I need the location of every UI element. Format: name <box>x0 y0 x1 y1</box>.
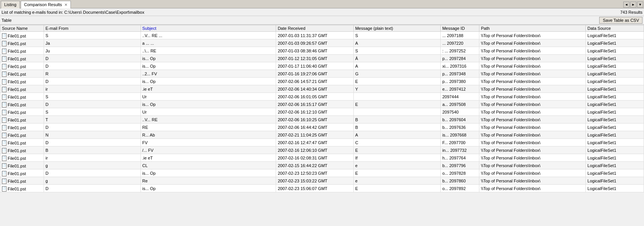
file-icon: 📄 <box>2 140 7 146</box>
tab-listing-label: Listing <box>4 2 16 7</box>
tab-bar-right: ◄ ► ▼ <box>623 2 643 8</box>
table-cell: LogicalFileSet1 <box>586 177 644 185</box>
tab-close-icon[interactable]: ✕ <box>64 3 67 7</box>
col-header-message[interactable]: Message (plain text) <box>353 25 441 32</box>
col-header-source-name[interactable]: Source Name <box>0 25 44 32</box>
table-row[interactable]: 📄File01.pstSUr2007-02-06 16:12:10 GMT209… <box>0 108 644 116</box>
table-cell: 📄File01.pst <box>0 154 44 162</box>
table-cell: \\Top of Personal Folders\Inbox\ <box>479 116 586 124</box>
table-cell: D <box>44 185 141 192</box>
table-row[interactable]: 📄File01.pstDis... Op2007-02-06 16:15:17 … <box>0 101 644 108</box>
col-header-msgid[interactable]: Message ID <box>441 25 479 32</box>
col-header-path[interactable]: Path <box>479 25 586 32</box>
table-cell: 📄File01.pst <box>0 108 44 116</box>
table-cell: LogicalFileSet1 <box>586 101 644 108</box>
file-icon: 📄 <box>2 72 7 77</box>
table-row[interactable]: 📄File01.pstgCL2007-02-15 16:44:22 GMTeb.… <box>0 162 644 169</box>
table-cell: 📄File01.pst <box>0 62 44 70</box>
table-cell: LogicalFileSet1 <box>586 108 644 116</box>
table-cell: 📄File01.pst <box>0 47 44 55</box>
table-row[interactable]: 📄File01.pstS..V... RE ...2007-01-03 11:3… <box>0 32 644 39</box>
table-cell: S <box>353 32 441 39</box>
table-cell: LogicalFileSet1 <box>586 55 644 62</box>
table-row[interactable]: 📄File01.pstNR... Ab2007-02-21 11:04:25 G… <box>0 131 644 139</box>
table-cell: 2007-02-06 16:10:25 GMT <box>276 116 353 124</box>
table-row[interactable]: 📄File01.pstDis... Op2007-01-17 11:06:40 … <box>0 62 644 70</box>
table-cell: ..V... RE <box>141 116 276 124</box>
table-cell: Ur <box>141 93 276 101</box>
table-row[interactable]: 📄File01.pstir.ie eT2007-02-16 02:08:31 G… <box>0 154 644 162</box>
table-cell: \\Top of Personal Folders\Inbox\ <box>479 47 586 55</box>
table-row[interactable]: 📄File01.pstDis... Op2007-01-12 12:31:05 … <box>0 55 644 62</box>
table-row[interactable]: 📄File01.pstDis... Op2007-02-06 14:57:21 … <box>0 78 644 85</box>
tab-listing[interactable]: Listing <box>1 1 20 8</box>
table-container[interactable]: Source Name E-mail From Subject Date Rec… <box>0 24 644 216</box>
table-cell: 📄File01.pst <box>0 146 44 154</box>
table-cell: Re <box>141 177 276 185</box>
table-cell: S <box>353 47 441 55</box>
table-cell: 2007-02-06 16:01:05 GMT <box>276 93 353 101</box>
table-row[interactable]: 📄File01.pstDFV2007-02-16 12:47:47 GMTCF.… <box>0 139 644 146</box>
table-row[interactable]: 📄File01.pstDRE2007-02-06 16:44:42 GMTBb.… <box>0 124 644 131</box>
table-row[interactable]: 📄File01.pstB/... FV2007-02-16 12:06:10 G… <box>0 146 644 154</box>
nav-dropdown-button[interactable]: ▼ <box>637 2 643 8</box>
table-row[interactable]: 📄File01.pstgRe2007-02-23 15:03:22 GMTeb.… <box>0 177 644 185</box>
file-icon: 📄 <box>2 171 7 176</box>
table-cell: a... 2097508 <box>441 101 479 108</box>
table-row[interactable]: 📄File01.pstSUr2007-02-06 16:01:05 GMT209… <box>0 93 644 101</box>
col-header-date[interactable]: Date Received <box>276 25 353 32</box>
path-info: List of matching e-mails found in: C:\Us… <box>2 10 144 15</box>
table-header-row: Source Name E-mail From Subject Date Rec… <box>0 25 644 32</box>
table-row[interactable]: 📄File01.pstir.ie eT2007-02-06 14:40:34 G… <box>0 85 644 93</box>
table-cell: 2007-02-06 16:15:17 GMT <box>276 101 353 108</box>
table-row[interactable]: 📄File01.pstDis... Op2007-02-23 12:50:23 … <box>0 169 644 177</box>
table-cell: LogicalFileSet1 <box>586 131 644 139</box>
table-cell: B <box>353 116 441 124</box>
nav-forward-button[interactable]: ► <box>630 2 636 8</box>
table-cell: 📄File01.pst <box>0 85 44 93</box>
table-cell: b... 2097860 <box>441 177 479 185</box>
table-row[interactable]: 📄File01.pstR..2... FV2007-01-16 19:27:06… <box>0 70 644 78</box>
table-cell: 📄File01.pst <box>0 55 44 62</box>
table-cell: 📄File01.pst <box>0 177 44 185</box>
table-cell: S <box>44 108 141 116</box>
table-cell: E <box>353 185 441 192</box>
table-cell: 2007-02-23 15:03:22 GMT <box>276 177 353 185</box>
col-header-email-from[interactable]: E-mail From <box>44 25 141 32</box>
table-cell: .ie eT <box>141 85 276 93</box>
table-cell: 📄File01.pst <box>0 32 44 39</box>
table-body: 📄File01.pstS..V... RE ...2007-01-03 11:3… <box>0 32 644 192</box>
table-cell: 2007-02-23 12:50:23 GMT <box>276 169 353 177</box>
table-cell: ir <box>44 85 141 93</box>
table-cell: \\Top of Personal Folders\Inbox\ <box>479 55 586 62</box>
table-row[interactable]: 📄File01.pstJu..\... RE2007-01-03 08:38:4… <box>0 47 644 55</box>
table-cell: is... Op <box>141 169 276 177</box>
table-cell: CL <box>141 162 276 169</box>
table-cell <box>353 108 441 116</box>
table-row[interactable]: 📄File01.pstDis... Op2007-02-23 15:06:07 … <box>0 185 644 192</box>
tab-comparison-label: Comparison Results <box>24 2 62 7</box>
nav-back-button[interactable]: ◄ <box>623 2 629 8</box>
table-cell: \\Top of Personal Folders\Inbox\ <box>479 185 586 192</box>
table-cell: S <box>44 93 141 101</box>
file-icon: 📄 <box>2 156 7 161</box>
table-cell: b... 2097796 <box>441 162 479 169</box>
tab-comparison[interactable]: Comparison Results ✕ <box>21 1 71 8</box>
save-csv-button[interactable]: Save Table as CSV <box>599 17 642 24</box>
col-header-datasource[interactable]: Data Source <box>586 25 644 32</box>
table-cell: E <box>353 146 441 154</box>
table-cell: is... Op <box>141 78 276 85</box>
table-cell: ir <box>44 154 141 162</box>
table-row[interactable]: 📄File01.pstT..V... RE2007-02-06 16:10:25… <box>0 116 644 124</box>
view-bar: Table Save Table as CSV <box>0 16 644 24</box>
table-cell: LogicalFileSet1 <box>586 116 644 124</box>
file-icon: 📄 <box>2 56 7 62</box>
table-cell: 📄File01.pst <box>0 93 44 101</box>
table-cell: If <box>353 154 441 162</box>
table-cell: 2007-02-16 12:06:10 GMT <box>276 146 353 154</box>
table-cell: 2007-02-21 11:04:25 GMT <box>276 131 353 139</box>
table-cell: B <box>44 146 141 154</box>
table-row[interactable]: 📄File01.pstJaa ... ...2007-01-03 09:26:5… <box>0 39 644 47</box>
col-header-subject[interactable]: Subject <box>141 25 276 32</box>
table-cell: 📄File01.pst <box>0 70 44 78</box>
